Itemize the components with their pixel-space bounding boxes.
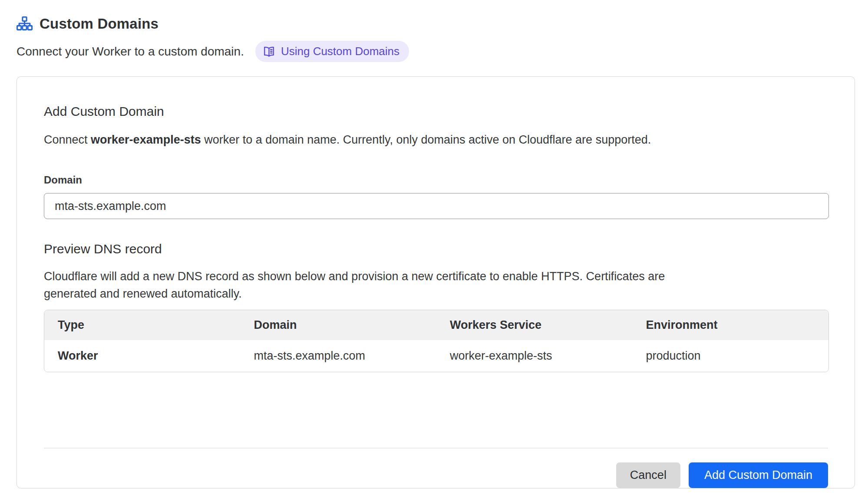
description-suffix: worker to a domain name. Currently, only… <box>201 133 651 146</box>
docs-link-label: Using Custom Domains <box>281 45 399 58</box>
table-body: Worker mta-sts.example.com worker-exampl… <box>44 340 828 372</box>
footer-actions: Cancel Add Custom Domain <box>44 462 828 488</box>
domain-field-label: Domain <box>44 174 828 186</box>
docs-link-badge[interactable]: Using Custom Domains <box>255 41 409 62</box>
cell-workers-service: worker-example-sts <box>436 340 633 372</box>
footer-divider <box>44 448 828 449</box>
table-header: Type Domain Workers Service Environment <box>44 310 828 340</box>
worker-name: worker-example-sts <box>91 133 201 146</box>
open-book-icon <box>263 45 275 58</box>
page-header: Custom Domains <box>17 16 855 32</box>
add-custom-domain-button[interactable]: Add Custom Domain <box>689 462 828 488</box>
custom-domains-page: Custom Domains Connect your Worker to a … <box>0 0 868 488</box>
footer-spacer <box>44 372 828 448</box>
page-subtitle-row: Connect your Worker to a custom domain. … <box>17 41 855 62</box>
description-prefix: Connect <box>44 133 91 146</box>
column-header-type: Type <box>44 310 241 340</box>
cancel-button[interactable]: Cancel <box>616 462 680 488</box>
page-subtitle: Connect your Worker to a custom domain. <box>17 45 244 59</box>
cell-domain: mta-sts.example.com <box>241 340 437 372</box>
column-header-environment: Environment <box>633 310 829 340</box>
preview-dns-heading: Preview DNS record <box>44 242 828 256</box>
table-row: Worker mta-sts.example.com worker-exampl… <box>44 340 828 372</box>
sitemap-icon <box>17 16 33 32</box>
column-header-workers-service: Workers Service <box>436 310 633 340</box>
add-custom-domain-card: Add Custom Domain Connect worker-example… <box>17 76 855 488</box>
cell-type: Worker <box>44 340 241 372</box>
domain-input[interactable] <box>44 193 829 219</box>
cell-environment: production <box>633 340 829 372</box>
column-header-domain: Domain <box>241 310 437 340</box>
card-description: Connect worker-example-sts worker to a d… <box>44 133 828 147</box>
dns-preview-table: Type Domain Workers Service Environment … <box>44 310 829 372</box>
card-heading: Add Custom Domain <box>44 104 828 119</box>
page-title: Custom Domains <box>40 16 158 32</box>
preview-dns-description: Cloudflare will add a new DNS record as … <box>44 268 680 302</box>
table-header-row: Type Domain Workers Service Environment <box>44 310 828 340</box>
